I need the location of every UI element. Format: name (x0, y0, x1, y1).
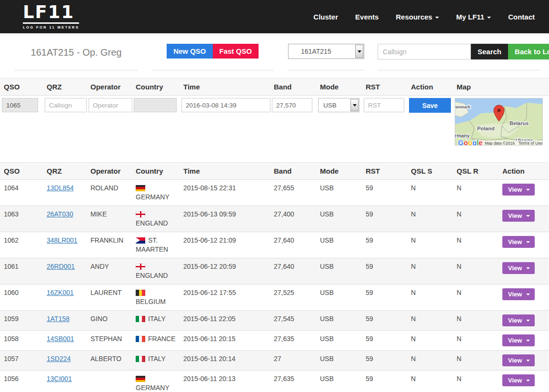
qso-number-field (2, 98, 38, 112)
qsl-sent-cell: N (407, 258, 453, 284)
form-header-rst: RST (362, 78, 407, 96)
operator-cell: ANDY (87, 258, 132, 284)
qsl-received-cell: N (453, 284, 499, 311)
country-cell: GERMANY (132, 371, 180, 392)
nav-item-events[interactable]: Events (355, 13, 379, 21)
fast-qso-button[interactable]: Fast QSO (213, 44, 259, 59)
time-cell: 2015-06-12 20:59 (180, 258, 270, 284)
qrz-link[interactable]: 348LR001 (47, 236, 78, 244)
view-button[interactable]: View (502, 354, 535, 366)
qrz-link[interactable]: 13CI001 (47, 375, 72, 382)
qrz-link[interactable]: 1AT158 (47, 315, 70, 323)
nav-item-my-lf11[interactable]: My LF11 (456, 13, 491, 21)
svg-text:ermany: ermany (455, 133, 470, 138)
qrz-link[interactable]: 14SB001 (47, 335, 74, 343)
mode-select[interactable]: USB (318, 98, 359, 112)
qsl-sent-cell: N (407, 284, 453, 311)
chevron-down-icon (526, 294, 530, 295)
mode-cell: USB (316, 232, 362, 258)
logo[interactable]: LF11 LOG FOR 11 METERS (23, 4, 79, 29)
qso-number-cell: 1063 (0, 206, 43, 232)
view-button[interactable]: View (502, 314, 535, 326)
qrz-link[interactable]: 16ZK001 (47, 289, 74, 296)
view-button[interactable]: View (502, 236, 535, 248)
mode-cell: USB (316, 351, 362, 371)
log-select[interactable]: 161AT215 (288, 44, 364, 59)
chevron-down-icon (526, 380, 530, 382)
qsl-received-cell: N (453, 258, 499, 284)
qso-number-cell: 1056 (0, 371, 43, 392)
view-button[interactable]: View (502, 334, 535, 346)
col-header-country: Country (132, 163, 180, 180)
form-header-qrz: QRZ (43, 78, 87, 96)
view-button[interactable]: View (502, 262, 535, 274)
chevron-down-icon (355, 45, 363, 58)
rst-cell: 59 (362, 284, 407, 311)
operator-cell: GINO (87, 311, 132, 331)
qrz-link[interactable]: 1SD224 (47, 355, 71, 363)
band-cell: 27,635 (270, 331, 316, 351)
rst-field[interactable] (364, 98, 404, 112)
google-logo: Google (458, 138, 483, 146)
qsl-received-cell: N (453, 371, 499, 392)
band-field[interactable] (272, 98, 312, 112)
map-canvas: Denmark ermany Poland Belarus Ukraine Go… (455, 98, 543, 146)
qrz-field[interactable] (45, 98, 87, 112)
country-cell: ST. MAARTEN (132, 232, 180, 258)
nav-item-contact[interactable]: Contact (508, 13, 535, 21)
toolbar: 161AT215 - Op. Greg New QSO Fast QSO 161… (0, 33, 549, 70)
rst-cell: 59 (362, 206, 407, 232)
log-select-column: 161AT215 (288, 44, 364, 70)
col-header-qsl-r: QSL R (453, 163, 499, 180)
band-cell: 27,640 (270, 258, 316, 284)
qrz-link[interactable]: 13DL854 (47, 184, 74, 192)
new-qso-button[interactable]: New QSO (167, 44, 212, 59)
save-button[interactable]: Save (409, 98, 451, 113)
col-header-qso: QSO (0, 163, 43, 180)
col-header-qrz: QRZ (43, 163, 87, 180)
rst-cell: 59 (362, 180, 407, 206)
qso-number-cell: 1061 (0, 258, 43, 284)
chevron-down-icon (526, 360, 530, 362)
qso-number-cell: 1057 (0, 351, 43, 371)
qsl-sent-cell: N (407, 351, 453, 371)
col-header-mode: Mode (316, 163, 362, 180)
chevron-down-icon (526, 320, 530, 322)
nav-item-resources[interactable]: Resources (396, 13, 439, 21)
nav-item-cluster[interactable]: Cluster (313, 13, 338, 21)
form-header-map: Map (453, 78, 549, 96)
rst-cell: 59 (362, 232, 407, 258)
mode-cell: USB (316, 258, 362, 284)
svg-text:Poland: Poland (477, 126, 495, 131)
svg-text:Belarus: Belarus (509, 120, 529, 126)
col-header-band: Band (270, 163, 316, 180)
operator-field[interactable] (89, 98, 132, 112)
band-cell: 27,400 (270, 206, 316, 232)
form-input-row: USB Save (0, 96, 549, 148)
band-cell: 27,545 (270, 311, 316, 331)
mode-cell: USB (316, 284, 362, 311)
view-button[interactable]: View (502, 184, 535, 196)
form-header-country: Country (132, 78, 180, 96)
view-button[interactable]: View (502, 374, 535, 386)
time-cell: 2015-06-11 20:15 (180, 331, 270, 351)
form-header-operator: Operator (87, 78, 132, 96)
table-row: 1057 1SD224 ALBERTO ITALY 2015-06-11 20:… (0, 351, 549, 371)
back-to-log-button[interactable]: Back to Log (508, 44, 549, 59)
col-header-rst: RST (362, 163, 407, 180)
qsl-sent-cell: N (407, 232, 453, 258)
operator-cell (87, 371, 132, 392)
chevron-down-icon (350, 99, 359, 111)
search-input[interactable] (378, 44, 471, 59)
log-select-value: 161AT215 (289, 48, 355, 55)
qrz-link[interactable]: 26AT030 (47, 210, 73, 218)
chevron-down-icon (487, 17, 491, 19)
view-button[interactable]: View (502, 288, 535, 300)
qrz-link[interactable]: 26RD001 (47, 263, 75, 270)
google-map[interactable]: Denmark ermany Poland Belarus Ukraine Go… (455, 98, 543, 146)
search-button[interactable]: Search (471, 44, 508, 59)
view-button[interactable]: View (502, 210, 535, 222)
chevron-down-icon (526, 215, 530, 217)
table-row: 1064 13DL854 ROLAND GERMANY 2015-08-15 2… (0, 180, 549, 206)
time-field[interactable] (181, 98, 270, 112)
